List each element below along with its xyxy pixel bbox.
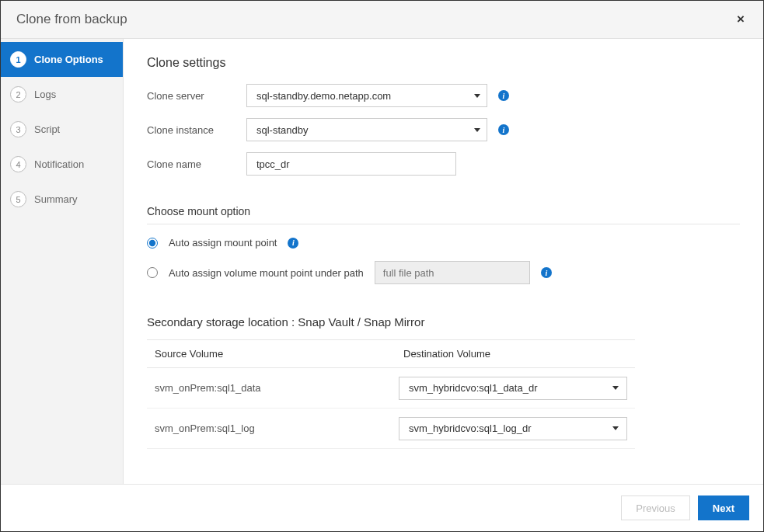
close-icon[interactable]: × xyxy=(734,12,748,27)
source-volume-header: Source Volume xyxy=(155,348,403,360)
mount-path-radio[interactable] xyxy=(147,267,158,278)
content-pane: Clone settings Clone server sql-standby.… xyxy=(124,39,763,484)
table-row: svm_onPrem:sql1_log svm_hybridcvo:sql1_l… xyxy=(147,409,635,449)
step-label: Logs xyxy=(34,89,56,100)
source-volume-cell: svm_onPrem:sql1_log xyxy=(155,422,399,434)
clone-server-dropdown[interactable]: sql-standby.demo.netapp.com xyxy=(246,84,487,107)
previous-button[interactable]: Previous xyxy=(621,495,690,520)
info-icon[interactable]: i xyxy=(288,238,298,249)
info-icon[interactable]: i xyxy=(498,90,509,101)
step-clone-options[interactable]: 1 Clone Options xyxy=(1,42,123,77)
step-logs[interactable]: 2 Logs xyxy=(1,77,123,112)
next-button[interactable]: Next xyxy=(698,495,749,520)
mount-auto-label: Auto assign mount point xyxy=(169,237,277,249)
destination-volume-value: svm_hybridcvo:sql1_data_dr xyxy=(409,382,537,394)
clone-server-value: sql-standby.demo.netapp.com xyxy=(256,90,391,102)
destination-volume-header: Destination Volume xyxy=(403,348,627,360)
mount-auto-radio[interactable] xyxy=(147,238,158,249)
step-number: 2 xyxy=(10,86,26,103)
modal-header: Clone from backup × xyxy=(1,1,763,39)
step-summary[interactable]: 5 Summary xyxy=(1,182,123,217)
clone-instance-row: Clone instance sql-standby i xyxy=(147,118,740,141)
step-number: 1 xyxy=(10,51,26,68)
mount-option-section: Choose mount option Auto assign mount po… xyxy=(147,205,740,284)
clone-settings-title: Clone settings xyxy=(147,56,740,70)
wizard-sidebar: 1 Clone Options 2 Logs 3 Script 4 Notifi… xyxy=(1,39,124,484)
clone-server-label: Clone server xyxy=(147,90,235,102)
step-label: Script xyxy=(34,123,60,135)
table-row: svm_onPrem:sql1_data svm_hybridcvo:sql1_… xyxy=(147,368,635,409)
info-icon[interactable]: i xyxy=(541,267,552,278)
destination-volume-dropdown[interactable]: svm_hybridcvo:sql1_log_dr xyxy=(399,417,627,440)
step-label: Summary xyxy=(34,193,78,205)
mount-path-input[interactable] xyxy=(375,261,530,284)
clone-server-row: Clone server sql-standby.demo.netapp.com… xyxy=(147,84,740,107)
chevron-down-icon xyxy=(612,386,619,390)
clone-instance-value: sql-standby xyxy=(256,124,308,136)
source-volume-cell: svm_onPrem:sql1_data xyxy=(155,382,399,394)
step-label: Notification xyxy=(34,158,84,170)
secondary-storage-title: Secondary storage location : Snap Vault … xyxy=(147,315,740,329)
destination-volume-value: svm_hybridcvo:sql1_log_dr xyxy=(409,422,532,434)
info-icon[interactable]: i xyxy=(498,124,509,135)
clone-from-backup-modal: Clone from backup × 1 Clone Options 2 Lo… xyxy=(0,0,764,532)
clone-name-label: Clone name xyxy=(147,158,235,170)
chevron-down-icon xyxy=(474,128,480,132)
step-notification[interactable]: 4 Notification xyxy=(1,147,123,182)
volume-table: Source Volume Destination Volume svm_onP… xyxy=(147,339,635,449)
step-number: 4 xyxy=(10,156,26,172)
clone-name-row: Clone name xyxy=(147,152,740,176)
modal-body: 1 Clone Options 2 Logs 3 Script 4 Notifi… xyxy=(1,39,763,484)
modal-footer: Previous Next xyxy=(1,484,763,531)
step-label: Clone Options xyxy=(34,54,103,65)
mount-path-label: Auto assign volume mount point under pat… xyxy=(169,267,364,279)
chevron-down-icon xyxy=(474,94,480,98)
destination-volume-dropdown[interactable]: svm_hybridcvo:sql1_data_dr xyxy=(399,377,627,400)
mount-auto-row: Auto assign mount point i xyxy=(147,237,740,249)
mount-path-row: Auto assign volume mount point under pat… xyxy=(147,261,740,284)
step-script[interactable]: 3 Script xyxy=(1,112,123,147)
modal-title: Clone from backup xyxy=(16,12,127,27)
volume-table-header: Source Volume Destination Volume xyxy=(147,339,635,368)
clone-instance-dropdown[interactable]: sql-standby xyxy=(246,118,487,141)
clone-instance-label: Clone instance xyxy=(147,124,235,136)
clone-name-input[interactable] xyxy=(246,152,456,176)
chevron-down-icon xyxy=(612,426,619,430)
step-number: 3 xyxy=(10,121,26,137)
mount-option-title: Choose mount option xyxy=(147,205,740,224)
step-number: 5 xyxy=(10,191,26,207)
